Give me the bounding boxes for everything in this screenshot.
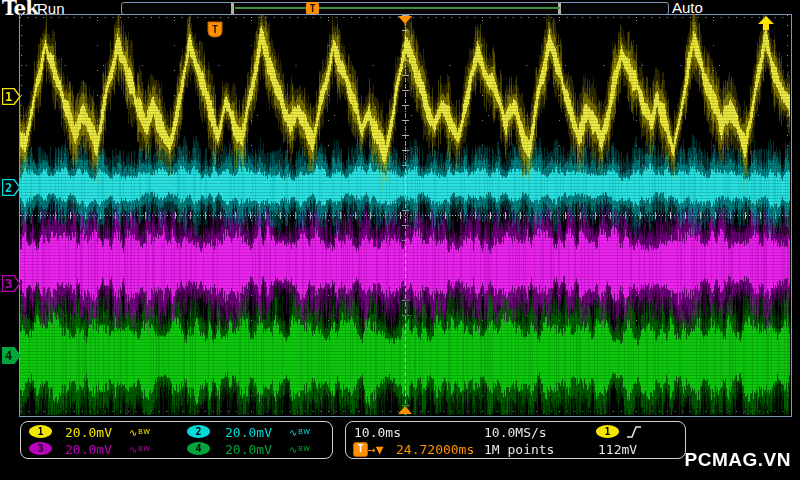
horizontal-trigger-readout-box: 10.0ms 10.0MS/s 1 T →▼ 24.72000ms 1M poi… (345, 421, 686, 459)
trigger-delay-readout: 24.72000ms (396, 442, 474, 457)
channel-2-badge: 2 (187, 425, 210, 438)
channel-1-coupling-bw-icon: ∿ᴮᵂ (129, 427, 151, 438)
channel-4-scale: 20.0mV (225, 442, 272, 457)
channel-2-scale: 20.0mV (225, 425, 272, 440)
channel-1-position-marker: 1 (2, 88, 21, 105)
trigger-delay-arrows: →▼ (368, 442, 384, 457)
sample-rate-readout: 10.0MS/s (484, 425, 547, 440)
expansion-point-top-icon (398, 16, 413, 25)
channel-4-badge: 4 (187, 442, 210, 455)
trigger-point-flag-icon: T (207, 21, 224, 39)
record-window-bracket-left (231, 3, 234, 14)
waveform-display (20, 15, 790, 415)
channel-4-coupling-bw-icon: ∿ᴮᵂ (289, 444, 311, 455)
trigger-level-readout: 112mV (598, 442, 637, 457)
trigger-delay-icon: T (353, 442, 368, 457)
timebase-readout: 10.0ms (354, 425, 401, 440)
svg-text:3: 3 (5, 277, 12, 291)
expansion-point-bottom-icon (398, 406, 413, 415)
oscilloscope-screen: Tek Run Auto T T 1 2 3 4 (0, 0, 800, 480)
channel-3-scale: 20.0mV (65, 442, 112, 457)
channel-1-scale: 20.0mV (65, 425, 112, 440)
channel-3-badge: 3 (29, 442, 52, 455)
channel-1-badge: 1 (29, 425, 52, 438)
channel-2-coupling-bw-icon: ∿ᴮᵂ (289, 427, 311, 438)
channel-2-position-marker: 2 (2, 179, 21, 196)
svg-text:T: T (212, 24, 218, 35)
record-waveform-preview (235, 7, 560, 9)
rising-edge-icon (626, 425, 642, 439)
channel-4-position-marker: 4 (2, 347, 21, 364)
svg-text:1: 1 (5, 90, 12, 104)
svg-text:4: 4 (5, 349, 12, 363)
channel-3-coupling-bw-icon: ∿ᴮᵂ (129, 444, 151, 455)
trigger-level-offscreen-arrow-icon (757, 16, 775, 31)
record-length-readout: 1M points (484, 442, 554, 457)
trigger-source-badge: 1 (596, 425, 619, 438)
channel-readout-box: 1 20.0mV ∿ᴮᵂ 2 20.0mV ∿ᴮᵂ 3 20.0mV ∿ᴮᵂ 4… (20, 421, 333, 459)
watermark: PCMAG.VN (685, 449, 791, 471)
channel-3-position-marker: 3 (2, 275, 21, 292)
svg-text:2: 2 (5, 181, 12, 195)
